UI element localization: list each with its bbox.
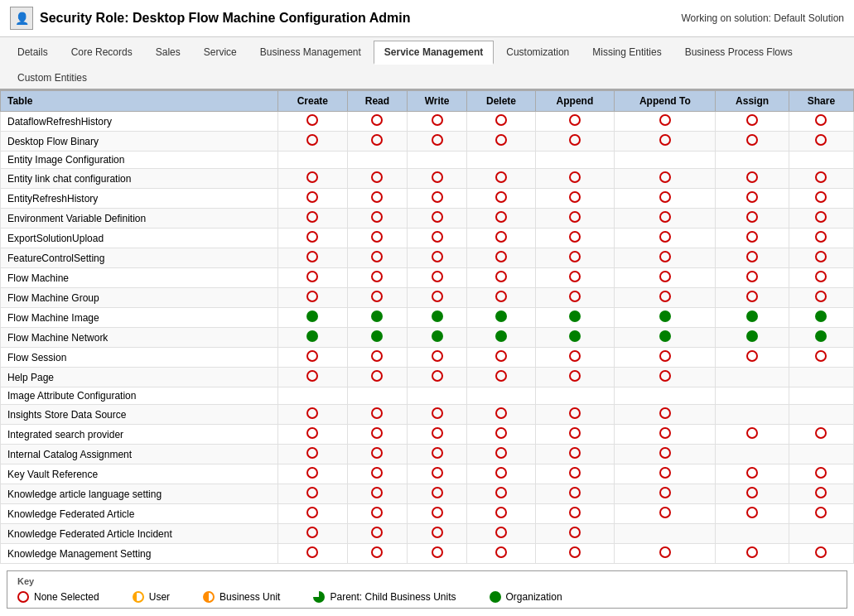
tab-details[interactable]: Details [7, 41, 59, 63]
cell-create[interactable] [277, 464, 347, 484]
circle-org[interactable] [490, 591, 501, 603]
circle-none[interactable] [815, 427, 827, 439]
cell-read[interactable] [347, 504, 407, 524]
cell-assign[interactable] [716, 464, 789, 484]
circle-none[interactable] [432, 527, 443, 538]
cell-assign[interactable] [716, 229, 789, 248]
cell-assign[interactable] [716, 524, 789, 544]
cell-appendto[interactable] [615, 484, 716, 504]
cell-create[interactable] [277, 328, 347, 348]
cell-append[interactable] [535, 308, 615, 328]
cell-appendto[interactable] [615, 524, 716, 544]
circle-none[interactable] [432, 350, 443, 362]
circle-none[interactable] [659, 350, 671, 362]
cell-create[interactable] [277, 368, 347, 387]
cell-create[interactable] [277, 348, 347, 368]
cell-read[interactable] [347, 152, 407, 169]
circle-none[interactable] [569, 447, 581, 459]
circle-none[interactable] [306, 427, 318, 439]
circle-none[interactable] [569, 546, 581, 558]
cell-create[interactable] [277, 189, 347, 209]
circle-none[interactable] [569, 527, 581, 538]
circle-none[interactable] [569, 407, 581, 419]
cell-create[interactable] [277, 484, 347, 504]
circle-none[interactable] [17, 591, 29, 603]
cell-write[interactable] [407, 229, 467, 248]
cell-assign[interactable] [716, 152, 789, 169]
circle-none[interactable] [659, 211, 671, 223]
circle-none[interactable] [746, 350, 758, 362]
circle-none[interactable] [659, 447, 671, 459]
cell-appendto[interactable] [615, 405, 716, 425]
cell-appendto[interactable] [615, 288, 716, 308]
circle-none[interactable] [815, 191, 827, 203]
cell-append[interactable] [535, 387, 615, 405]
circle-org[interactable] [495, 330, 507, 342]
circle-none[interactable] [432, 291, 443, 302]
cell-share[interactable] [789, 189, 853, 209]
cell-append[interactable] [535, 405, 615, 425]
tab-customization[interactable]: Customization [495, 41, 580, 63]
circle-none[interactable] [569, 251, 581, 262]
cell-appendto[interactable] [615, 169, 716, 189]
cell-create[interactable] [277, 425, 347, 445]
circle-none[interactable] [306, 370, 318, 382]
tab-custom-entities[interactable]: Custom Entities [7, 66, 98, 89]
circle-none[interactable] [306, 467, 318, 479]
circle-none[interactable] [371, 370, 383, 382]
cell-appendto[interactable] [615, 132, 716, 152]
cell-delete[interactable] [467, 328, 535, 348]
cell-read[interactable] [347, 464, 407, 484]
circle-none[interactable] [495, 467, 507, 479]
cell-append[interactable] [535, 348, 615, 368]
circle-none[interactable] [495, 251, 507, 262]
circle-none[interactable] [746, 291, 758, 302]
cell-create[interactable] [277, 209, 347, 229]
cell-create[interactable] [277, 229, 347, 248]
circle-org[interactable] [746, 330, 758, 342]
cell-append[interactable] [535, 328, 615, 348]
circle-none[interactable] [746, 546, 758, 558]
cell-write[interactable] [407, 387, 467, 405]
circle-none[interactable] [746, 134, 758, 146]
cell-write[interactable] [407, 544, 467, 564]
circle-none[interactable] [746, 507, 758, 518]
circle-none[interactable] [371, 251, 383, 262]
circle-none[interactable] [659, 231, 671, 243]
cell-delete[interactable] [467, 112, 535, 132]
circle-none[interactable] [659, 114, 671, 126]
cell-assign[interactable] [716, 132, 789, 152]
circle-none[interactable] [815, 211, 827, 223]
cell-assign[interactable] [716, 445, 789, 464]
circle-none[interactable] [659, 191, 671, 203]
cell-share[interactable] [789, 464, 853, 484]
cell-assign[interactable] [716, 348, 789, 368]
cell-write[interactable] [407, 328, 467, 348]
cell-create[interactable] [277, 445, 347, 464]
cell-append[interactable] [535, 268, 615, 288]
cell-delete[interactable] [467, 229, 535, 248]
circle-none[interactable] [371, 546, 383, 558]
circle-org[interactable] [815, 310, 827, 322]
cell-share[interactable] [789, 504, 853, 524]
circle-none[interactable] [659, 407, 671, 419]
circle-none[interactable] [815, 487, 827, 498]
cell-appendto[interactable] [615, 209, 716, 229]
circle-none[interactable] [659, 370, 671, 382]
cell-write[interactable] [407, 248, 467, 268]
cell-append[interactable] [535, 484, 615, 504]
cell-share[interactable] [789, 248, 853, 268]
circle-none[interactable] [569, 231, 581, 243]
circle-org[interactable] [815, 330, 827, 342]
cell-assign[interactable] [716, 504, 789, 524]
circle-none[interactable] [432, 251, 443, 262]
cell-share[interactable] [789, 405, 853, 425]
cell-create[interactable] [277, 288, 347, 308]
cell-delete[interactable] [467, 484, 535, 504]
cell-delete[interactable] [467, 405, 535, 425]
circle-none[interactable] [815, 467, 827, 479]
cell-share[interactable] [789, 348, 853, 368]
cell-assign[interactable] [716, 405, 789, 425]
cell-read[interactable] [347, 288, 407, 308]
cell-write[interactable] [407, 288, 467, 308]
